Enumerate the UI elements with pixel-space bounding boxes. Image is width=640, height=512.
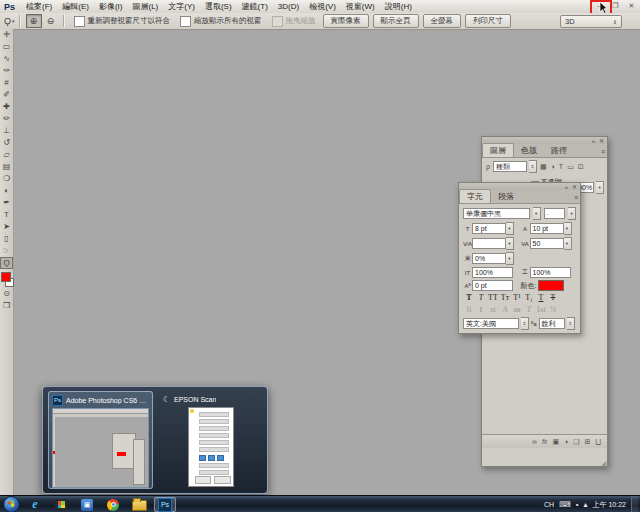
blue-app-button[interactable]: ▣ bbox=[76, 497, 98, 512]
tool-preset-picker[interactable]: Ϙ ▾ bbox=[4, 16, 15, 26]
zoom-all-windows-checkbox[interactable]: 縮放顯示所有的視窗 bbox=[180, 16, 262, 27]
language-select[interactable]: 英文:美國 bbox=[463, 318, 519, 329]
zoom-out-button[interactable]: ⊖ bbox=[44, 15, 58, 27]
new-layer-icon[interactable]: ⊞ bbox=[585, 438, 591, 446]
eyedropper-tool[interactable]: ✐ bbox=[0, 89, 13, 101]
fit-screen-button[interactable]: 顯示全頁 bbox=[373, 14, 419, 28]
vertical-scale-input[interactable]: 100% bbox=[472, 267, 513, 278]
lasso-tool[interactable]: ∿ bbox=[0, 53, 13, 65]
menu-help[interactable]: 說明(H) bbox=[380, 0, 417, 13]
collapse-panel-icon[interactable]: » bbox=[565, 184, 568, 190]
tab-character[interactable]: 字元 bbox=[459, 189, 491, 203]
chevron-down-icon[interactable]: ▾ bbox=[506, 252, 514, 265]
hand-tool[interactable]: ☞ bbox=[0, 245, 13, 257]
panel-menu-icon[interactable]: ≡ bbox=[574, 194, 578, 201]
zoom-tool[interactable]: Ϙ bbox=[0, 257, 13, 269]
preview-epson-scan[interactable]: ☾ EPSON Scan bbox=[159, 391, 262, 489]
menu-filter[interactable]: 濾鏡(T) bbox=[237, 0, 273, 13]
show-desktop-button[interactable] bbox=[631, 496, 638, 512]
tab-layers[interactable]: 圖層 bbox=[482, 143, 514, 157]
all-caps-button[interactable]: TT bbox=[487, 293, 499, 303]
menu-file[interactable]: 檔案(F) bbox=[21, 0, 57, 13]
delete-layer-icon[interactable]: ⨆ bbox=[595, 438, 601, 446]
screen-mode-button[interactable]: ❒ bbox=[0, 300, 13, 312]
resize-windows-checkbox[interactable]: 重新調整視窗尺寸以符合 bbox=[74, 16, 171, 27]
subscript-button[interactable]: T₁ bbox=[523, 293, 535, 303]
menu-view[interactable]: 檢視(V) bbox=[304, 0, 341, 13]
blur-tool[interactable]: ❍ bbox=[0, 173, 13, 185]
print-size-button[interactable]: 列印尺寸 bbox=[465, 14, 511, 28]
close-panel-icon[interactable]: ✕ bbox=[572, 183, 577, 190]
dodge-tool[interactable]: ◐ bbox=[0, 185, 13, 197]
resize-grip[interactable]: ◢ bbox=[601, 459, 606, 466]
strikethrough-button[interactable]: T bbox=[547, 293, 559, 303]
font-style-select[interactable]: - bbox=[544, 208, 566, 219]
fill-screen-button[interactable]: 全螢幕 bbox=[423, 14, 462, 28]
close-button[interactable]: ✕ bbox=[625, 1, 638, 11]
chevron-down-icon[interactable]: ▾ bbox=[506, 237, 514, 250]
foreground-color-swatch[interactable] bbox=[1, 272, 11, 282]
epson-scan-window-thumbnail[interactable] bbox=[188, 407, 234, 487]
marquee-tool[interactable]: ▭ bbox=[0, 41, 13, 53]
actual-pixels-button[interactable]: 實際像素 bbox=[323, 14, 369, 28]
filter-shape-icon[interactable]: ▭ bbox=[567, 163, 574, 171]
tracking-input[interactable]: 50 bbox=[530, 238, 564, 249]
photoshop-window-thumbnail[interactable] bbox=[52, 408, 149, 488]
healing-brush-tool[interactable]: ✚ bbox=[0, 101, 13, 113]
underline-button[interactable]: T bbox=[535, 293, 547, 303]
chevron-down-icon[interactable]: ▾ bbox=[564, 222, 572, 235]
layer-mask-icon[interactable]: ▣ bbox=[552, 438, 559, 446]
quick-mask-button[interactable]: ⊙ bbox=[0, 288, 13, 300]
input-language-indicator[interactable]: CH bbox=[544, 501, 554, 508]
show-hidden-icons-button[interactable]: ▴ bbox=[584, 500, 588, 509]
panel-menu-icon[interactable]: ≡ bbox=[601, 148, 605, 155]
baseline-shift-input[interactable]: 0 pt bbox=[472, 280, 513, 291]
text-color-swatch[interactable] bbox=[538, 280, 564, 291]
chevron-down-icon[interactable]: ⇕ bbox=[521, 317, 529, 330]
crop-tool[interactable]: # bbox=[0, 77, 13, 89]
quick-selection-tool[interactable]: ✑ bbox=[0, 65, 13, 77]
menu-select[interactable]: 選取(S) bbox=[200, 0, 237, 13]
windows-app-button[interactable] bbox=[50, 497, 72, 512]
history-brush-tool[interactable]: ↺ bbox=[0, 137, 13, 149]
filter-smartobject-icon[interactable]: ⊡ bbox=[578, 163, 584, 171]
superscript-button[interactable]: T¹ bbox=[511, 293, 523, 303]
chevron-down-icon[interactable]: ▾ bbox=[564, 237, 572, 250]
shape-tool[interactable]: ▯ bbox=[0, 233, 13, 245]
start-button[interactable] bbox=[3, 496, 20, 512]
clone-stamp-tool[interactable]: ⊥ bbox=[0, 125, 13, 137]
pen-tool[interactable]: ✒ bbox=[0, 197, 13, 209]
move-tool[interactable]: ✛ bbox=[0, 29, 13, 41]
chrome-button[interactable] bbox=[102, 497, 124, 512]
font-family-select[interactable]: 華康儷中黑 bbox=[463, 208, 530, 219]
preview-photoshop[interactable]: Ps Adobe Photoshop CS6 Exten... bbox=[48, 391, 153, 489]
tray-status-icon[interactable]: • bbox=[576, 500, 579, 509]
path-selection-tool[interactable]: ➤ bbox=[0, 221, 13, 233]
filter-pixel-icon[interactable]: ▦ bbox=[540, 163, 547, 171]
layer-filter-select[interactable]: 種類 bbox=[493, 161, 527, 172]
faux-bold-button[interactable]: T bbox=[463, 293, 475, 303]
leading-input[interactable]: 10 pt bbox=[530, 223, 564, 234]
chevron-down-icon[interactable]: ▾ bbox=[568, 207, 576, 220]
menu-type[interactable]: 文字(Y) bbox=[163, 0, 200, 13]
type-tool[interactable]: T bbox=[0, 209, 13, 221]
menu-3d[interactable]: 3D(D) bbox=[273, 0, 304, 13]
antialias-select[interactable]: 銳利 bbox=[539, 318, 565, 329]
menu-window[interactable]: 視窗(W) bbox=[341, 0, 380, 13]
faux-italic-button[interactable]: T bbox=[475, 293, 487, 303]
chevron-down-icon[interactable]: ▾ bbox=[506, 222, 514, 235]
menu-edit[interactable]: 編輯(E) bbox=[57, 0, 94, 13]
chevron-down-icon[interactable]: ▾ bbox=[533, 207, 541, 220]
kerning-input[interactable] bbox=[472, 238, 506, 249]
internet-explorer-button[interactable]: e bbox=[24, 497, 46, 512]
keyboard-icon[interactable]: ⌨ bbox=[559, 500, 571, 509]
tsume-input[interactable]: 0% bbox=[472, 253, 506, 264]
menu-layer[interactable]: 圖層(L) bbox=[127, 0, 163, 13]
layer-style-icon[interactable]: fx bbox=[542, 438, 547, 445]
filter-type-icon[interactable]: T bbox=[559, 163, 563, 170]
clock[interactable]: 上午 10:22 bbox=[593, 500, 626, 510]
small-caps-button[interactable]: Tᴛ bbox=[499, 293, 511, 303]
tab-paths[interactable]: 路徑 bbox=[544, 144, 574, 157]
gradient-tool[interactable]: ▤ bbox=[0, 161, 13, 173]
chevron-down-icon[interactable]: ⇕ bbox=[529, 160, 537, 173]
